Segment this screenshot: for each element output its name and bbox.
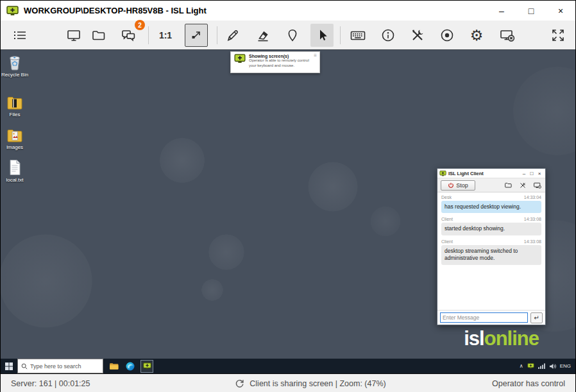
tools-icon bbox=[410, 28, 425, 43]
cursor-control-button[interactable] bbox=[310, 24, 334, 47]
eraser-icon bbox=[255, 28, 271, 43]
keyboard-icon bbox=[350, 28, 366, 43]
taskbar-edge-button[interactable] bbox=[124, 360, 137, 373]
desktop-icon-label: Recycle Bin bbox=[1, 72, 28, 78]
minimize-button[interactable]: – bbox=[487, 1, 516, 21]
tooltip-menu-icon[interactable]: ≡ bbox=[314, 54, 317, 71]
chat-message: Client 14:33:08 desktop streaming switch… bbox=[441, 239, 541, 265]
message-time: 14:33:08 bbox=[524, 217, 541, 221]
images-folder-icon bbox=[6, 128, 23, 143]
message-text: has requested desktop viewing. bbox=[441, 201, 541, 213]
client-tools-icon[interactable] bbox=[519, 182, 527, 189]
desktop-icon-label: Images bbox=[6, 144, 23, 150]
pin-icon bbox=[285, 28, 300, 43]
edge-icon bbox=[126, 362, 135, 371]
system-tray: ∧ ENG bbox=[520, 363, 575, 370]
client-maximize-button[interactable]: □ bbox=[528, 171, 536, 176]
stop-button-label: Stop bbox=[456, 182, 468, 189]
recycle-bin-icon bbox=[7, 54, 22, 71]
fullscreen-button[interactable] bbox=[546, 24, 570, 47]
desktop-icon-local-txt[interactable]: local.txt bbox=[1, 159, 29, 183]
isl-light-window: WORKGROUP\DESKTOP-HR85V8B - ISL Light – … bbox=[0, 0, 576, 392]
isl-client-icon bbox=[439, 171, 446, 176]
chat-message: Desk 14:33:04 has requested desktop view… bbox=[441, 195, 541, 213]
fit-screen-icon bbox=[189, 28, 204, 43]
keyboard-button[interactable] bbox=[346, 24, 369, 47]
search-input[interactable] bbox=[30, 363, 94, 370]
windows-logo-icon bbox=[5, 362, 13, 370]
title-bar: WORKGROUP\DESKTOP-HR85V8B - ISL Light – … bbox=[1, 1, 575, 21]
cursor-icon bbox=[314, 28, 330, 43]
search-icon bbox=[21, 363, 28, 370]
monitor-icon bbox=[66, 28, 81, 43]
chat-message-list: Desk 14:33:04 has requested desktop view… bbox=[437, 192, 545, 310]
logo-isl: isl bbox=[464, 327, 484, 350]
client-minimize-button[interactable]: – bbox=[520, 171, 528, 176]
list-menu-icon bbox=[12, 28, 28, 43]
pencil-icon bbox=[225, 28, 241, 43]
message-sender: Client bbox=[441, 217, 453, 221]
client-chat-window: ISL Light Client – □ × Stop bbox=[437, 168, 546, 325]
zoom-1to1-button[interactable]: 1:1 bbox=[154, 24, 177, 47]
fit-screen-button[interactable] bbox=[185, 24, 208, 47]
desktop-icon-files[interactable]: Files bbox=[1, 95, 29, 117]
remote-desktop[interactable]: Showing screen(s) Operator is able to re… bbox=[1, 50, 575, 359]
gear-icon: ⚙ bbox=[470, 28, 484, 43]
speaker-icon[interactable] bbox=[549, 363, 556, 370]
session-tooltip: Showing screen(s) Operator is able to re… bbox=[230, 51, 320, 73]
tray-language[interactable]: ENG bbox=[560, 363, 571, 369]
info-button[interactable] bbox=[377, 24, 400, 47]
message-text: started desktop showing. bbox=[441, 223, 541, 235]
record-icon bbox=[439, 28, 455, 43]
isl-app-icon bbox=[6, 6, 19, 16]
power-icon bbox=[448, 182, 454, 189]
file-transfer-button[interactable] bbox=[87, 24, 110, 47]
refresh-icon bbox=[235, 379, 244, 388]
desktop-icon-recycle-bin[interactable]: Recycle Bin bbox=[1, 54, 29, 78]
disconnect-display-button[interactable] bbox=[496, 24, 519, 47]
record-button[interactable] bbox=[436, 24, 459, 47]
tray-isl-icon[interactable] bbox=[527, 363, 534, 369]
message-sender: Client bbox=[441, 239, 453, 244]
isl-tooltip-icon bbox=[233, 54, 246, 64]
text-file-icon bbox=[8, 159, 22, 176]
network-icon[interactable] bbox=[538, 363, 545, 369]
taskbar-explorer-button[interactable] bbox=[107, 360, 120, 373]
close-button[interactable]: × bbox=[546, 1, 575, 21]
pointer-marker-button[interactable] bbox=[281, 24, 304, 47]
status-bar: Server: 161 | 00:01:25 Client is sharing… bbox=[1, 373, 575, 392]
tools-button[interactable] bbox=[406, 24, 429, 47]
message-sender: Desk bbox=[441, 195, 452, 200]
send-button[interactable]: ↵ bbox=[530, 312, 543, 323]
draw-button[interactable] bbox=[221, 24, 244, 47]
toolbar: 2 1:1 bbox=[1, 21, 575, 50]
remote-taskbar: ∧ ENG bbox=[1, 359, 575, 373]
chat-input-row: ↵ bbox=[437, 310, 545, 325]
menu-button[interactable] bbox=[8, 24, 31, 47]
eraser-button[interactable] bbox=[251, 24, 275, 47]
stop-button[interactable]: Stop bbox=[441, 180, 475, 191]
desktop-icon-label: local.txt bbox=[6, 177, 23, 183]
monitor-button[interactable] bbox=[62, 24, 85, 47]
window-title: WORKGROUP\DESKTOP-HR85V8B - ISL Light bbox=[24, 6, 207, 15]
message-time: 14:33:04 bbox=[524, 195, 541, 200]
client-folder-icon[interactable] bbox=[504, 182, 512, 189]
client-close-button[interactable]: × bbox=[536, 171, 543, 176]
client-toolbar: Stop bbox=[437, 178, 545, 192]
client-desktop-icon[interactable] bbox=[533, 182, 542, 189]
monitor-x-icon bbox=[499, 28, 516, 43]
taskbar-search[interactable] bbox=[17, 359, 103, 373]
tooltip-title: Showing screen(s) bbox=[249, 54, 314, 58]
start-button[interactable] bbox=[1, 359, 17, 373]
tray-chevron-icon[interactable]: ∧ bbox=[520, 363, 523, 369]
desktop-icon-label: Files bbox=[10, 112, 21, 117]
settings-button[interactable]: ⚙ bbox=[465, 24, 488, 47]
chat-button[interactable]: 2 bbox=[117, 24, 140, 47]
maximize-button[interactable]: □ bbox=[516, 1, 546, 21]
taskbar-isl-button[interactable] bbox=[140, 360, 153, 373]
chat-icon bbox=[121, 28, 137, 43]
chat-message-input[interactable] bbox=[440, 312, 528, 323]
desktop-icon-images[interactable]: Images bbox=[1, 128, 29, 150]
explorer-folder-icon bbox=[109, 362, 119, 370]
folder-icon bbox=[91, 28, 106, 43]
